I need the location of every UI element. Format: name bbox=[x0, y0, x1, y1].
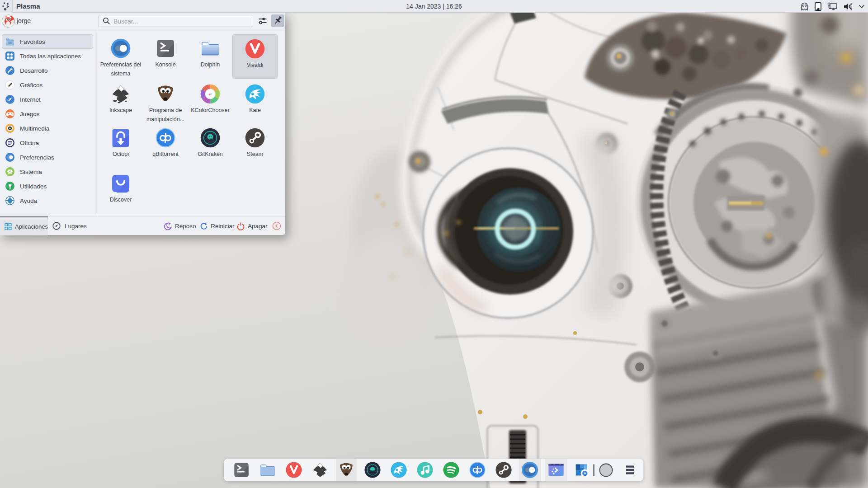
svg-text:z: z bbox=[170, 222, 171, 225]
